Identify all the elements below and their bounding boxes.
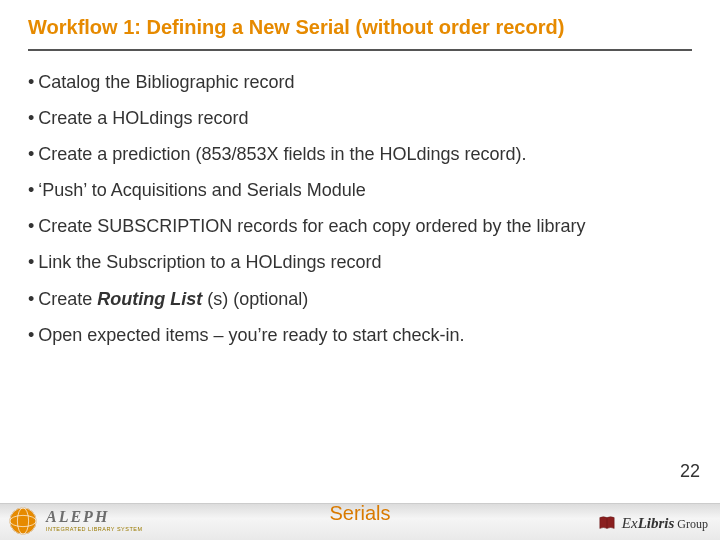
bullet-item: •Link the Subscription to a HOLdings rec… [28, 249, 692, 275]
bullet-item: •Create a prediction (853/853X fields in… [28, 141, 692, 167]
bullet-text-pre: Create [38, 289, 97, 309]
bullet-text: Catalog the Bibliographic record [38, 72, 294, 92]
exlibris-group: Group [674, 517, 708, 531]
aleph-main-label: ALEPH [46, 509, 143, 525]
bullet-dot: • [28, 325, 34, 345]
bullet-dot: • [28, 108, 34, 128]
bullet-dot: • [28, 144, 34, 164]
exlibris-logo: ExLibris Group [598, 514, 708, 532]
bullet-dot: • [28, 180, 34, 200]
bullet-dot: • [28, 289, 34, 309]
slide-title: Workflow 1: Defining a New Serial (witho… [28, 12, 692, 51]
bullet-text: Create SUBSCRIPTION records for each cop… [38, 216, 585, 236]
exlibris-libris: Libris [638, 515, 675, 531]
bullet-text: Link the Subscription to a HOLdings reco… [38, 252, 381, 272]
bullet-item: •Catalog the Bibliographic record [28, 69, 692, 95]
bullet-item: •Create a HOLdings record [28, 105, 692, 131]
footer: ALEPH INTEGRATED LIBRARY SYSTEM Serials … [0, 488, 720, 540]
bullet-text: ‘Push’ to Acquisitions and Serials Modul… [38, 180, 366, 200]
aleph-globe-icon [8, 506, 38, 536]
bullet-item: •Open expected items – you’re ready to s… [28, 322, 692, 348]
bullet-dot: • [28, 252, 34, 272]
bullet-list: •Catalog the Bibliographic record •Creat… [28, 69, 692, 348]
bullet-dot: • [28, 72, 34, 92]
aleph-text: ALEPH INTEGRATED LIBRARY SYSTEM [46, 509, 143, 533]
slide: Workflow 1: Defining a New Serial (witho… [0, 0, 720, 540]
exlibris-ex: Ex [622, 515, 638, 531]
exlibris-text: ExLibris Group [622, 515, 708, 532]
page-number: 22 [680, 461, 700, 482]
bullet-item: •Create SUBSCRIPTION records for each co… [28, 213, 692, 239]
bullet-text-emphasis: Routing List [97, 289, 202, 309]
bullet-item: •‘Push’ to Acquisitions and Serials Modu… [28, 177, 692, 203]
bullet-text: Create a HOLdings record [38, 108, 248, 128]
open-book-icon [598, 514, 616, 532]
aleph-logo: ALEPH INTEGRATED LIBRARY SYSTEM [8, 506, 143, 536]
bullet-text-post: (s) (optional) [202, 289, 308, 309]
footer-mid-label: Serials [329, 502, 390, 525]
bullet-dot: • [28, 216, 34, 236]
bullet-item: •Create Routing List (s) (optional) [28, 286, 692, 312]
bullet-text: Open expected items – you’re ready to st… [38, 325, 464, 345]
aleph-sub-label: INTEGRATED LIBRARY SYSTEM [46, 527, 143, 533]
bullet-text: Create a prediction (853/853X fields in … [38, 144, 526, 164]
